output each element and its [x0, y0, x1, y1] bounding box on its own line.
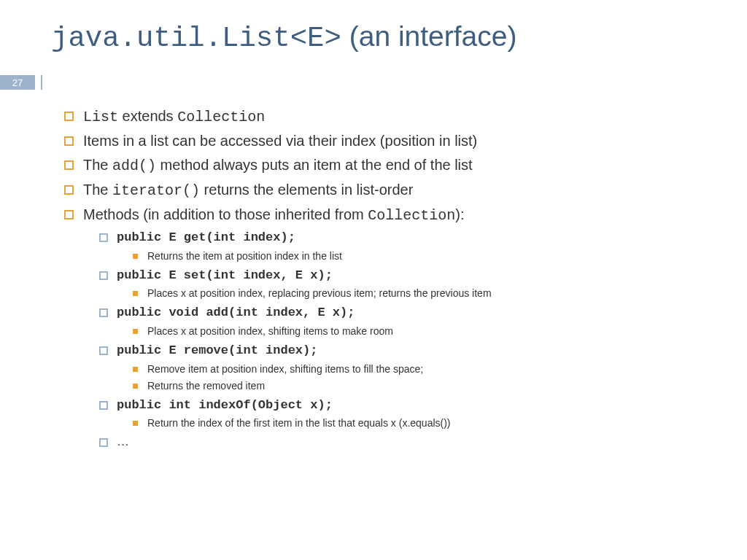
text-run: Remove item at position index, shifting …: [147, 363, 423, 375]
text-run: add(): [112, 158, 156, 174]
content-area: List extends CollectionItems in a list c…: [0, 106, 696, 451]
bullet-list: Remove item at position index, shifting …: [117, 362, 696, 394]
bullet-list: Return the index of the first item in th…: [117, 416, 696, 431]
bullet-list: public E get(int index);Returns the item…: [83, 228, 696, 451]
text-run: public E set(int index, E x);: [117, 268, 333, 282]
text-run: Methods (in addition to those inherited …: [83, 206, 368, 222]
bullet-list: Places x at position index, replacing pr…: [117, 286, 696, 301]
text-run: The: [83, 157, 112, 173]
text-run: public int indexOf(Object x);: [117, 398, 333, 412]
text-run: public E remove(int index);: [117, 343, 317, 357]
title-rest: (an interface): [341, 20, 517, 52]
text-run: …: [117, 435, 129, 448]
slide: java.util.List<E> (an interface) 27 List…: [0, 0, 747, 560]
list-item: List extends Collection: [64, 106, 696, 128]
bullet-list: Returns the item at position index in th…: [117, 249, 696, 264]
text-run: Items in a list can be accessed via thei…: [83, 133, 477, 149]
list-item: public E set(int index, E x);Places x at…: [99, 266, 696, 302]
title-code: java.util.List<E>: [51, 23, 341, 55]
list-item: public int indexOf(Object x);Return the …: [99, 396, 696, 432]
list-item: The iterator() returns the elements in l…: [64, 179, 696, 201]
bullet-list: Places x at position index, shifting ite…: [117, 324, 696, 339]
page-line: [41, 75, 696, 90]
bullet-list: List extends CollectionItems in a list c…: [64, 106, 696, 451]
list-item: Returns the removed item: [133, 378, 696, 394]
text-run: Places x at position index, replacing pr…: [147, 287, 492, 299]
text-run: method always puts an item at the end of…: [156, 157, 473, 173]
list-item: The add() method always puts an item at …: [64, 155, 696, 176]
list-item: …: [99, 433, 696, 451]
slide-title: java.util.List<E> (an interface): [0, 20, 696, 55]
list-item: Returns the item at position index in th…: [133, 249, 696, 264]
list-item: Remove item at position index, shifting …: [133, 362, 696, 377]
list-item: public E get(int index);Returns the item…: [99, 228, 696, 264]
list-item: Methods (in addition to those inherited …: [64, 204, 696, 451]
text-run: Places x at position index, shifting ite…: [147, 325, 393, 337]
list-item: Places x at position index, shifting ite…: [133, 324, 696, 339]
text-run: Collection: [177, 109, 265, 125]
list-item: Items in a list can be accessed via thei…: [64, 131, 696, 152]
text-run: extends: [118, 108, 177, 124]
text-run: public void add(int index, E x);: [117, 306, 355, 319]
text-run: The: [83, 182, 112, 198]
text-run: returns the elements in list-order: [200, 182, 413, 198]
text-run: Returns the item at position index in th…: [147, 250, 342, 262]
text-run: Collection: [368, 207, 455, 224]
list-item: Return the index of the first item in th…: [133, 416, 696, 431]
text-run: iterator(): [112, 182, 200, 199]
list-item: Places x at position index, replacing pr…: [133, 286, 696, 301]
text-run: ):: [455, 206, 464, 222]
text-run: Returns the removed item: [147, 380, 265, 392]
list-item: public E remove(int index);Remove item a…: [99, 341, 696, 394]
text-run: List: [83, 109, 118, 125]
text-run: Return the index of the first item in th…: [147, 417, 451, 429]
text-run: public E get(int index);: [117, 230, 295, 244]
list-item: public void add(int index, E x);Places x…: [99, 303, 696, 339]
page-bar: 27: [0, 75, 696, 90]
page-separator: [35, 75, 41, 90]
slide-number: 27: [0, 75, 35, 90]
